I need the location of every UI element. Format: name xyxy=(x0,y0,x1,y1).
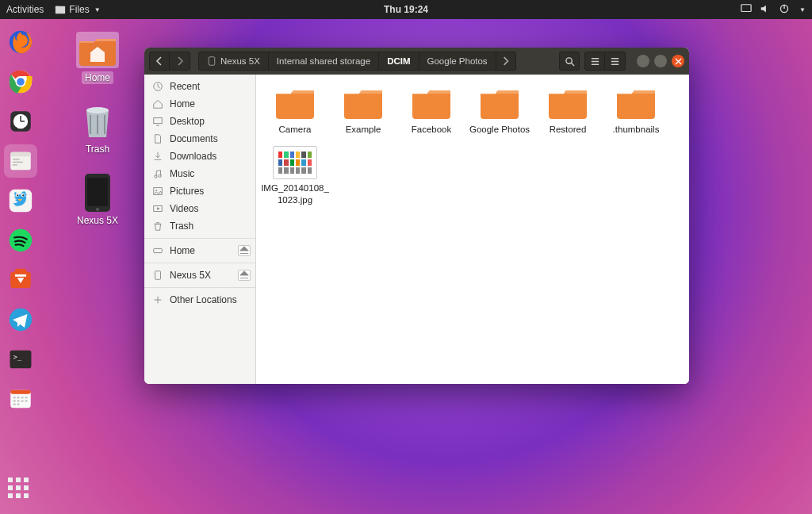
sidebar-item-recent[interactable]: Recent xyxy=(144,78,255,95)
sidebar-item-videos[interactable]: Videos xyxy=(144,200,255,217)
music-icon xyxy=(152,168,163,179)
menu-icon xyxy=(610,56,620,67)
svg-rect-30 xyxy=(10,390,31,394)
trash-icon xyxy=(152,221,163,232)
folder-item[interactable]: Restored xyxy=(534,82,602,143)
close-icon xyxy=(675,58,682,65)
sidebar-item-label: Music xyxy=(170,168,194,179)
folder-icon xyxy=(342,86,385,121)
screen-icon[interactable] xyxy=(741,3,752,17)
dock: >_ xyxy=(0,19,41,514)
dock-calendar[interactable] xyxy=(4,382,37,416)
window-close[interactable] xyxy=(672,55,684,67)
forward-button[interactable] xyxy=(170,52,190,71)
view-list-button[interactable] xyxy=(584,52,605,71)
sidebar-item-music[interactable]: Music xyxy=(144,165,255,182)
svg-rect-32 xyxy=(17,397,20,398)
svg-rect-1 xyxy=(56,6,59,9)
top-bar: Activities Files ▼ Thu 19:24 ▼ xyxy=(0,0,812,19)
item-label: Example xyxy=(346,124,381,135)
sidebar-item-label: Pictures xyxy=(170,186,204,197)
svg-point-41 xyxy=(86,107,109,113)
svg-rect-40 xyxy=(17,404,20,405)
folder-item[interactable]: Camera xyxy=(261,82,329,143)
sidebar-item-home[interactable]: Home xyxy=(144,95,255,113)
folder-item[interactable]: .thumbnails xyxy=(602,82,670,143)
icon-view[interactable]: CameraExampleFacebookGoogle PhotosRestor… xyxy=(256,75,689,384)
item-label: Restored xyxy=(550,124,587,135)
window-maximize[interactable] xyxy=(654,55,667,67)
sidebar-item-label: Documents xyxy=(170,133,218,144)
crumb-label: Internal shared storage xyxy=(277,56,370,66)
sidebar-item-documents[interactable]: Documents xyxy=(144,130,255,148)
desktop-icon-home[interactable]: Home xyxy=(62,32,133,84)
crumb-internal[interactable]: Internal shared storage xyxy=(269,52,379,71)
svg-rect-16 xyxy=(13,162,23,163)
view-menu-button[interactable] xyxy=(605,52,626,71)
crumb-google-photos[interactable]: Google Photos xyxy=(419,52,496,71)
clock[interactable]: Thu 19:24 xyxy=(384,4,428,15)
folder-item[interactable]: Google Photos xyxy=(465,82,534,143)
sidebar-item-trash[interactable]: Trash xyxy=(144,217,255,235)
sidebar-item-label: Other Locations xyxy=(170,294,237,305)
show-apps-button[interactable] xyxy=(8,478,35,504)
search-button[interactable] xyxy=(559,52,580,71)
svg-rect-38 xyxy=(25,400,28,401)
sidebar-item-other-locations[interactable]: Other Locations xyxy=(144,291,255,309)
sidebar-item-label: Videos xyxy=(170,203,198,214)
sidebar-item-downloads[interactable]: Downloads xyxy=(144,148,255,165)
dock-files[interactable] xyxy=(4,144,37,178)
dock-clock[interactable] xyxy=(4,105,37,138)
sidebar-item-home-drive[interactable]: Home xyxy=(144,242,255,259)
crumb-more[interactable] xyxy=(496,52,515,71)
desktop-icon xyxy=(152,116,163,127)
chevron-down-icon: ▼ xyxy=(94,6,101,13)
eject-button[interactable] xyxy=(238,245,251,256)
eject-button[interactable] xyxy=(238,270,251,281)
svg-rect-37 xyxy=(21,400,24,401)
svg-rect-56 xyxy=(155,271,161,280)
window-minimize[interactable] xyxy=(637,55,649,67)
documents-icon xyxy=(152,133,163,144)
folder-icon xyxy=(615,86,657,121)
header-bar: Nexus 5X Internal shared storage DCIM Go… xyxy=(144,48,689,75)
item-label: Camera xyxy=(279,124,312,135)
dock-chrome[interactable] xyxy=(4,65,37,98)
sidebar-item-nexus5x[interactable]: Nexus 5X xyxy=(144,267,255,284)
volume-icon[interactable] xyxy=(760,3,771,17)
sidebar-item-desktop[interactable]: Desktop xyxy=(144,113,255,130)
sidebar-item-pictures[interactable]: Pictures xyxy=(144,182,255,200)
file-item[interactable]: IMG_20140108_1023.jpg xyxy=(261,143,329,213)
activities-button[interactable]: Activities xyxy=(6,4,44,15)
crumb-nexus5x[interactable]: Nexus 5X xyxy=(199,52,269,71)
dock-telegram[interactable] xyxy=(4,303,37,336)
desktop-icon-trash[interactable]: Trash xyxy=(62,103,133,155)
svg-rect-55 xyxy=(154,248,163,252)
folder-item[interactable]: Facebook xyxy=(397,82,465,143)
dock-corebird[interactable] xyxy=(4,184,37,217)
files-window: Nexus 5X Internal shared storage DCIM Go… xyxy=(144,48,689,384)
crumb-dcim[interactable]: DCIM xyxy=(379,52,419,71)
dock-spotify[interactable] xyxy=(4,224,37,257)
breadcrumb: Nexus 5X Internal shared storage DCIM Go… xyxy=(198,52,516,71)
svg-point-22 xyxy=(22,194,24,196)
folder-icon xyxy=(410,86,453,121)
sidebar-item-label: Downloads xyxy=(170,151,216,162)
svg-rect-33 xyxy=(21,397,24,398)
power-icon[interactable] xyxy=(779,3,790,17)
folder-item[interactable]: Example xyxy=(329,82,397,143)
folder-icon xyxy=(478,86,521,121)
videos-icon xyxy=(152,203,163,214)
dock-software[interactable] xyxy=(4,263,37,297)
svg-rect-2 xyxy=(741,4,751,11)
files-icon xyxy=(55,4,66,15)
svg-point-53 xyxy=(155,190,157,191)
drive-icon xyxy=(152,245,163,256)
dock-terminal[interactable]: >_ xyxy=(4,343,37,376)
desktop-icon-nexus5x[interactable]: Nexus 5X xyxy=(62,175,133,227)
app-menu[interactable]: Files ▼ xyxy=(55,4,100,15)
dock-firefox[interactable] xyxy=(4,25,37,59)
back-button[interactable] xyxy=(149,52,170,71)
svg-rect-15 xyxy=(13,159,19,159)
svg-rect-31 xyxy=(13,397,16,398)
